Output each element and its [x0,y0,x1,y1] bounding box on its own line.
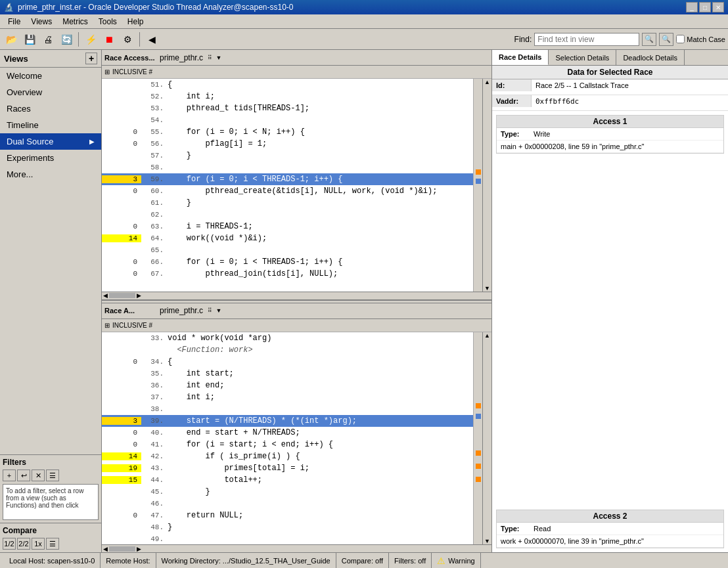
menu-views[interactable]: Views [26,16,57,28]
toolbar-refresh-button[interactable]: 🔄 [58,31,75,48]
lower-panel-collapse[interactable]: ▼ [215,304,223,317]
table-row[interactable]: 54. [102,114,473,126]
lower-hscrollbar[interactable]: ◀ ▶ [102,544,491,552]
lower-panel-grip[interactable]: ⠿ [206,304,214,317]
sidebar-item-dual-source[interactable]: Dual Source ▶ [0,133,101,150]
lower-hscroll-right[interactable]: ▶ [135,546,143,552]
table-row[interactable]: 51.{ [102,79,473,91]
table-row[interactable]: 65. [102,244,473,256]
toolbar-save-button[interactable]: 💾 [21,31,38,48]
table-row[interactable]: <Function: work> [102,344,473,356]
compare-btn-2[interactable]: 2/2 [17,538,30,550]
table-row[interactable]: 034.{ [102,356,473,368]
table-row[interactable]: 57. } [102,150,473,162]
table-row[interactable]: 1943. primes[total] = i; [102,462,473,474]
table-row[interactable]: 067. pthread_join(tids[i], NULL); [102,268,473,280]
match-case-checkbox[interactable] [676,35,685,43]
lower-hscroll-left[interactable]: ◀ [102,546,109,552]
table-row[interactable]: 36. int end; [102,380,473,391]
tab-deadlock-details[interactable]: Deadlock Details [616,50,685,65]
lower-scroll-down[interactable]: ▼ [484,538,490,544]
compare-btn-3[interactable]: 1x [32,538,45,550]
code-text: start = (N/THREADS) * (*(int *)arg); [168,416,473,426]
upper-scroll-up[interactable]: ▲ [484,79,490,85]
sidebar-add-button[interactable]: + [85,53,97,64]
table-row[interactable]: 056. pflag[i] = 1; [102,138,473,150]
sidebar-item-races[interactable]: Races [0,100,101,117]
tab-race-details[interactable]: Race Details [492,50,549,65]
menu-help[interactable]: Help [122,16,149,28]
table-row[interactable]: 46. [102,498,473,510]
table-row[interactable]: 37. int i; [102,391,473,403]
upper-code-wrap: 51.{52. int i;53. pthread_t tids[THREADS… [102,79,491,292]
toolbar-back-button[interactable]: ◀ [143,31,160,48]
menu-metrics[interactable]: Metrics [57,16,93,28]
filter-undo-button[interactable]: ↩ [17,470,30,481]
compare-menu-button[interactable]: ☰ [46,538,59,550]
upper-hscrollbar[interactable]: ◀ ▶ [102,292,491,299]
sidebar-item-welcome[interactable]: Welcome [0,68,101,84]
table-row[interactable]: 49. [102,533,473,545]
toolbar-stop-button[interactable]: ⏹ [101,31,118,48]
upper-scroll-down[interactable]: ▼ [484,285,490,292]
toolbar-print-button[interactable]: 🖨 [39,31,57,48]
table-row[interactable]: 040. end = start + N/THREADS; [102,427,473,439]
table-row[interactable]: 359. for (i = 0; i < THREADS-1; i++) { [102,173,473,185]
code-text: int start; [168,369,473,378]
toolbar-open-button[interactable]: 📂 [3,31,20,48]
close-button[interactable]: ✕ [712,2,724,12]
table-row[interactable]: 055. for (i = 0; i < N; i++) { [102,126,473,138]
filter-delete-button[interactable]: ✕ [32,470,45,481]
table-row[interactable]: 45. } [102,486,473,498]
upper-panel-collapse[interactable]: ▼ [215,51,223,64]
code-lineno: 46. [141,500,168,508]
filter-menu-button[interactable]: ☰ [46,470,59,481]
table-row[interactable]: 35. int start; [102,368,473,380]
table-row[interactable]: 060. pthread_create(&tids[i], NULL, work… [102,185,473,197]
table-row[interactable]: 063. i = THREADS-1; [102,221,473,232]
tab-selection-details[interactable]: Selection Details [549,50,616,65]
lower-scroll-up[interactable]: ▲ [484,332,490,339]
table-row[interactable]: 38. [102,403,473,415]
sidebar-item-more[interactable]: More... [0,166,101,183]
upper-hscroll-left[interactable]: ◀ [102,292,109,299]
find-prev-button[interactable]: 🔍 [642,33,656,46]
upper-hscroll-right[interactable]: ▶ [135,292,143,299]
table-row[interactable]: 047. return NULL; [102,510,473,521]
table-row[interactable]: 52. int i; [102,91,473,102]
table-row[interactable]: 1442. if ( is_prime(i) ) { [102,450,473,462]
menu-tools[interactable]: Tools [93,16,122,28]
table-row[interactable]: 48.} [102,521,473,533]
upper-vscrollbar[interactable]: ▲ ▼ [482,79,491,292]
sidebar-item-overview[interactable]: Overview [0,84,101,100]
table-row[interactable]: 1544. total++; [102,474,473,486]
lower-vscrollbar[interactable]: ▲ ▼ [482,332,491,545]
menu-file[interactable]: File [3,16,26,28]
find-input[interactable] [534,33,639,46]
table-row[interactable]: 61. } [102,197,473,209]
code-text: { [168,357,473,366]
upper-panel-grip[interactable]: ⠿ [206,51,214,64]
filter-add-button[interactable]: + [3,470,16,481]
table-row[interactable]: 58. [102,162,473,173]
table-row[interactable]: 066. for (i = 0; i < THREADS-1; i++) { [102,256,473,268]
table-row[interactable]: 62. [102,209,473,221]
minimize-button[interactable]: _ [686,2,698,12]
menu-bar: File Views Metrics Tools Help [0,14,728,29]
table-row[interactable]: 1464. work((void *)&i); [102,232,473,244]
compare-btn-1[interactable]: 1/2 [3,538,16,550]
table-row[interactable]: 339. start = (N/THREADS) * (*(int *)arg)… [102,415,473,427]
lower-code-table[interactable]: 33.void * work(void *arg) <Function: wor… [102,332,473,545]
table-row[interactable]: 041. for (i = start; i < end; i++) { [102,439,473,450]
maximize-button[interactable]: □ [699,2,711,12]
code-text: return NULL; [168,511,473,520]
upper-code-table[interactable]: 51.{52. int i;53. pthread_t tids[THREADS… [102,79,473,292]
table-row[interactable]: 33.void * work(void *arg) [102,332,473,344]
sidebar-item-experiments[interactable]: Experiments [0,150,101,166]
sidebar-item-timeline[interactable]: Timeline [0,117,101,133]
filters-item: Filters: off [389,553,432,568]
toolbar-settings-button[interactable]: ⚙ [119,31,136,48]
find-next-button[interactable]: 🔍 [659,33,673,46]
toolbar-filter-button[interactable]: ⚡ [82,31,99,48]
table-row[interactable]: 53. pthread_t tids[THREADS-1]; [102,102,473,114]
